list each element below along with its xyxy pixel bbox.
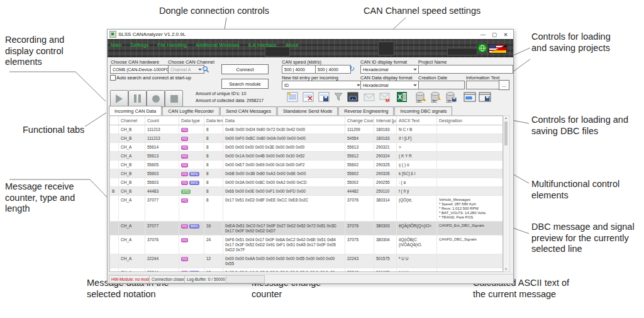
cell-change-count: 22243	[345, 268, 374, 273]
table-row[interactable]: CH_A55613FD80x00 0x1A 0x00 0x4B 0x00 0x0…	[110, 152, 503, 161]
stop-button[interactable]	[165, 90, 183, 107]
column-header-designation[interactable]: Designation	[437, 116, 503, 125]
maximize-button[interactable]: ▢	[489, 31, 500, 38]
table-row[interactable]: CH_B55603FDBRS80x00 0x3A 0x00 0x8C 0x00 …	[110, 178, 503, 187]
new-list-select[interactable]: ID	[282, 81, 363, 89]
search-hardware-icon[interactable]	[201, 65, 209, 73]
new-list-window-button[interactable]	[285, 89, 300, 105]
status-segment-1: Connection closed	[149, 275, 188, 283]
unique-ids-text: Amount of unique ID's: 10	[196, 91, 246, 96]
cell-channel: CH_B	[119, 178, 145, 187]
channel-select[interactable]: Channel A	[168, 65, 204, 74]
cell-interval: 290326	[374, 169, 397, 178]
excel-export-button[interactable]: X	[394, 89, 409, 105]
search-data-button[interactable]	[345, 89, 360, 105]
table-header-row: ChannelCountData typeData lengthDataChan…	[110, 116, 503, 125]
cell-data-type: FD	[179, 161, 204, 169]
info-more-button[interactable]: ...	[499, 80, 509, 90]
save-list-button[interactable]	[316, 89, 331, 105]
column-header-change-count[interactable]: Change Count	[345, 116, 374, 125]
load-project-button[interactable]	[462, 89, 477, 105]
menu-item-main[interactable]: Main	[111, 42, 121, 48]
table-row[interactable]: CH_A37077FDBRS160xEA 0x51 0xC0 0x17 0x0F…	[110, 222, 503, 236]
cell-data-type: FDBRS	[179, 178, 204, 187]
column-header-count[interactable]: Count	[145, 116, 179, 125]
menu-item-ila-interface[interactable]: ILA Interface	[248, 42, 277, 48]
play-button[interactable]	[110, 90, 128, 107]
vertical-scrollbar[interactable]: ▲ ▼	[503, 115, 510, 272]
filter-button[interactable]	[333, 89, 344, 105]
clear-list-button[interactable]	[301, 89, 316, 105]
pause-button[interactable]	[128, 90, 147, 107]
table-row[interactable]: BCH_B44483STD80x66 0x00 0x0E 0x00 0xF1 0…	[110, 187, 503, 196]
menu-item-about[interactable]: About	[286, 42, 299, 48]
globe-icon[interactable]	[478, 44, 487, 52]
project-name-field[interactable]	[418, 65, 513, 74]
save-project-button[interactable]	[477, 89, 492, 105]
cell-marker	[110, 254, 119, 268]
table-row[interactable]: CH_A22244FDBRS120x00 0x00 0xAA 0x00 0x00…	[110, 268, 503, 273]
speed-arbitration-field[interactable]: 500 | 4000	[282, 65, 318, 74]
cell-count: 44483	[145, 187, 179, 196]
dbc-save-button[interactable]: DBC	[443, 89, 458, 105]
column-header-channel[interactable]: Channel	[119, 116, 145, 125]
cell-data-type: FD	[179, 254, 204, 268]
menu-item-additional-windows[interactable]: Additional Windows	[196, 42, 240, 48]
tab-incoming-dbc-signals[interactable]: Incoming DBC signals	[394, 106, 452, 115]
annotation-dbc-files: Controls for loading and saving DBC file…	[531, 115, 629, 137]
table-row[interactable]: CH_A55614FD80x00 0x00 0x00 0x00 0x3E 0x0…	[110, 143, 503, 152]
menu-item-file-handling[interactable]: File Handling	[157, 42, 187, 48]
status-bar: HW-Module: no moduleConnection closedLog…	[108, 274, 513, 283]
scroll-down-icon[interactable]: ▼	[504, 268, 508, 271]
dbc-load-button[interactable]: DBC	[413, 89, 428, 105]
speed-data-field[interactable]: 500 | 4000	[315, 65, 351, 74]
table-row[interactable]: CH_A37077FD80x17 0x51 0xD2 0x8F 0xEE 0xC…	[110, 196, 503, 222]
annotation-tabs: Functional tabs	[23, 125, 84, 136]
table-row[interactable]: CH_B55603FDBRS80x6B 0x00 0x3B 0x80 0xA3 …	[110, 169, 503, 178]
tab-can-logfile-recorder[interactable]: CAN Logfile Recorder	[162, 106, 219, 115]
column-header-ascii-text[interactable]: ASCII Text	[397, 116, 437, 125]
column-header-interval-s-[interactable]: Interval [µs]	[374, 116, 397, 125]
refresh-speed-icon[interactable]: ↻	[348, 65, 356, 73]
cell-marker	[110, 222, 119, 236]
scrollbar-thumb[interactable]	[504, 122, 508, 145]
cell-count: 111213	[145, 134, 179, 143]
menu-item-settings[interactable]: Settings	[130, 42, 148, 48]
hardware-select[interactable]: COM6 (CAN-Device-1000FD230	[110, 65, 171, 74]
table-row[interactable]: CH_A37076FD240xF6 0x51 0x04 0x17 0x0F 0x…	[110, 236, 503, 254]
record-button[interactable]	[147, 90, 165, 107]
column-header-data-type[interactable]: Data type	[179, 116, 204, 125]
cell-data: 0x00 0x3A 0x00 0x8C 0x00 0xA2 0x00 0xCD	[223, 178, 345, 187]
gmail-button[interactable]: M	[377, 89, 392, 105]
connect-button[interactable]: Connect	[221, 64, 269, 74]
column-header-data[interactable]: Data	[223, 116, 345, 125]
column-header-marker[interactable]	[110, 116, 119, 125]
column-header-data-length[interactable]: Data length	[204, 116, 223, 125]
cell-interval: 250110	[374, 187, 397, 196]
language-flag-icon[interactable]	[489, 44, 507, 54]
auto-search-checkbox[interactable]	[110, 75, 116, 81]
table-row[interactable]: CH_B111213FD80x00 0xF0 0xBC 0x80 0x0A 0x…	[110, 134, 503, 143]
data-format-select[interactable]: Hexadecimal	[360, 81, 419, 89]
frame-type-badge-fd: FD	[181, 224, 188, 229]
search-module-button[interactable]: Search module	[221, 79, 269, 89]
cell-interval: 290321	[374, 143, 397, 152]
us-flag-canton	[489, 45, 496, 48]
scroll-up-icon[interactable]: ▲	[504, 116, 508, 120]
send-mail-button[interactable]	[362, 89, 377, 105]
tab-standalone-send-mode[interactable]: Standalone Send Mode	[277, 106, 338, 115]
table-row[interactable]: CH_A22244FD120x00 0x00 0xAA 0x00 0x00 0x…	[110, 254, 503, 268]
tab-incoming-can-data[interactable]: Incoming CAN Data	[109, 106, 162, 115]
table-row[interactable]: CH_B111213FD80x4E 0x00 0xD4 0x80 0x72 0x…	[110, 125, 503, 134]
collected-data-text: Amount of collected data: 2958217	[196, 98, 264, 103]
tab-reverse-engineering[interactable]: Reverse Engineering	[338, 106, 394, 115]
dbc-edit-button[interactable]: DBC	[428, 89, 443, 105]
cell-ascii-text: (QÒ(ìè,	[397, 196, 437, 222]
id-format-select[interactable]: Hexadecimal	[360, 65, 419, 74]
tab-send-can-messages[interactable]: Send CAN Messages	[220, 106, 277, 115]
close-button[interactable]: ✕	[500, 31, 511, 38]
app-icon	[109, 31, 116, 38]
can-speed-label: CAN speed (kbit/s)	[282, 59, 321, 65]
table-row[interactable]: CH_B55605FD80x00 0xE7 0x00 0x69 0x00 0x1…	[110, 161, 503, 169]
minimize-button[interactable]: —	[477, 31, 489, 38]
